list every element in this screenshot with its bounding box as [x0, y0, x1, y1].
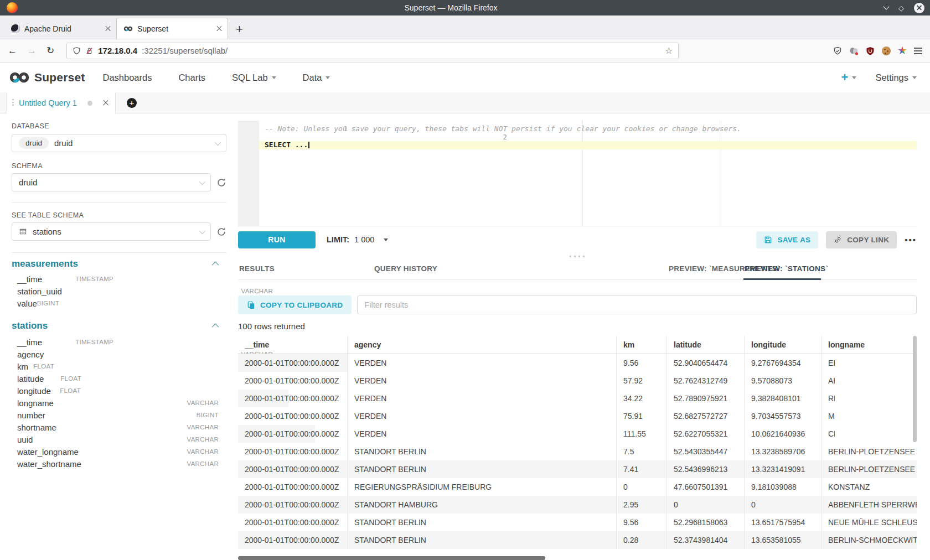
- nav-item-dashboards[interactable]: Dashboards: [102, 72, 152, 83]
- refresh-schema-icon[interactable]: [216, 178, 226, 188]
- table-select[interactable]: stations: [12, 222, 211, 241]
- superset-logo[interactable]: Superset: [9, 71, 85, 84]
- cell-latitude: 52.6827572727: [667, 407, 745, 425]
- database-select[interactable]: druid druid: [12, 134, 226, 152]
- cell-latitude: 52.3743981404: [667, 531, 745, 549]
- clipboard-icon: [247, 301, 255, 309]
- cell-agency: STANDORT BERLIN: [348, 531, 617, 549]
- cell-time: 2000-01-01T00:00:00.000Z: [238, 443, 348, 460]
- table-header-cell[interactable]: agency: [348, 336, 617, 354]
- save-as-button[interactable]: SAVE AS: [756, 231, 818, 248]
- text-cursor: [308, 142, 309, 148]
- results-tab[interactable]: RESULTS: [238, 260, 348, 279]
- schema-column-row: number BIGINT: [12, 409, 226, 421]
- superset-navbar: Superset Dashboards Charts SQL Lab Data …: [0, 63, 930, 92]
- menu-icon[interactable]: [914, 48, 922, 54]
- vertical-scrollbar[interactable]: [913, 336, 917, 442]
- query-tab[interactable]: Untitled Query 1: [6, 92, 116, 113]
- cell-km: 9.56: [617, 354, 667, 372]
- limit-dropdown[interactable]: LIMIT: 1 000: [327, 235, 388, 244]
- insecure-lock-icon[interactable]: [85, 46, 94, 55]
- table-header-cell[interactable]: latitude: [667, 336, 745, 354]
- copy-link-button[interactable]: COPY LINK: [826, 231, 897, 248]
- caret-down-icon: [852, 76, 856, 79]
- cell-time: 2000-01-01T00:00:00.000Z: [238, 460, 348, 478]
- table-header-cell[interactable]: km: [617, 336, 667, 354]
- run-button[interactable]: RUN: [238, 231, 316, 248]
- diamond-icon[interactable]: ◇: [898, 4, 904, 12]
- horizontal-scrollbar[interactable]: [238, 556, 545, 560]
- firefox-icon: [7, 2, 18, 13]
- nav-item-data[interactable]: Data: [303, 72, 330, 83]
- new-query-tab-button[interactable]: +: [127, 98, 137, 108]
- editor-code-area[interactable]: -- Note: Unless you save your query, the…: [259, 121, 917, 226]
- table-section-stations[interactable]: stations: [12, 320, 226, 331]
- window-close-button[interactable]: [914, 3, 924, 13]
- cell-agency: VERDEN: [348, 390, 617, 407]
- new-tab-button[interactable]: +: [236, 23, 243, 35]
- cell-time: 2000-01-01T00:00:00.000Z: [238, 531, 348, 549]
- add-new-button[interactable]: +: [841, 71, 857, 84]
- cell-time: 2000-01-01T00:00:00.000Z: [238, 372, 348, 390]
- chevron-down-icon[interactable]: [883, 3, 889, 9]
- refresh-table-icon[interactable]: [216, 227, 226, 237]
- cookie-icon[interactable]: [882, 46, 891, 55]
- drag-handle-icon[interactable]: [12, 99, 14, 107]
- cell-longitude: 9.2767694354: [745, 354, 822, 372]
- reload-icon[interactable]: ↻: [46, 45, 54, 56]
- query-tab-strip: Untitled Query 1 +: [0, 92, 930, 113]
- table-row: 2000-01-01T00:00:00.000Z VERDEN 9.56 52.…: [238, 354, 348, 372]
- nav-item-sql-lab[interactable]: SQL Lab: [232, 72, 276, 83]
- schema-column-row: longname VARCHAR: [12, 397, 226, 409]
- schema-column-row: __time TIMESTAMP: [12, 336, 121, 348]
- filter-results-input[interactable]: [357, 295, 917, 314]
- tab-close-icon[interactable]: [105, 26, 111, 32]
- nav-item-charts[interactable]: Charts: [178, 72, 205, 83]
- table-icon: [19, 227, 27, 236]
- color-star-icon[interactable]: [898, 46, 907, 55]
- cell-km: 57.92: [617, 372, 667, 390]
- table-row: 2000-01-01T00:00:00.000Z STANDORT BERLIN…: [238, 514, 917, 531]
- results-table: __time agency km latitude longitude long…: [238, 336, 917, 549]
- close-query-tab-icon[interactable]: [103, 100, 108, 106]
- caret-down-icon: [384, 238, 388, 241]
- cell-latitude: 0: [667, 496, 745, 514]
- url-input[interactable]: 172.18.0.4:32251/superset/sqllab/ ☆: [66, 43, 679, 59]
- chevron-up-icon: [212, 261, 219, 268]
- browser-tab-druid[interactable]: Apache Druid: [4, 19, 116, 39]
- bookmark-star-icon[interactable]: ☆: [665, 45, 673, 56]
- more-actions-button[interactable]: •••: [905, 235, 917, 245]
- table-row: 2000-01-01T00:00:00.000Z REGIERUNGSPRÄSI…: [238, 478, 917, 496]
- results-tab[interactable]: QUERY HISTORY: [373, 260, 642, 279]
- settings-menu[interactable]: Settings: [875, 72, 917, 83]
- cell-agency: STANDORT BERLIN: [348, 514, 617, 531]
- schema-column-row: water_shortname VARCHAR: [12, 458, 226, 470]
- table-section-measurements[interactable]: measurements: [12, 258, 226, 269]
- table-header-row: __time agency km latitude longitude long…: [238, 336, 917, 354]
- table-header-cell[interactable]: longitude: [745, 336, 822, 354]
- results-tab[interactable]: PREVIEW: `MEASUREMENTS`: [668, 260, 718, 279]
- cell-time: 2000-01-01T00:00:00.000Z: [238, 514, 348, 531]
- copy-to-clipboard-button[interactable]: COPY TO CLIPBOARD: [238, 295, 352, 314]
- ublock-icon[interactable]: [866, 46, 875, 55]
- back-icon[interactable]: ←: [8, 45, 17, 56]
- schema-select[interactable]: druid: [12, 173, 211, 191]
- cell-longitude: 9.57088073: [745, 372, 822, 390]
- table-header-cell[interactable]: longname: [822, 336, 917, 354]
- shield-icon[interactable]: [73, 46, 81, 55]
- tab-close-icon[interactable]: [216, 26, 222, 32]
- schema-column-row: longitude FLOAT: [12, 385, 89, 397]
- results-tab[interactable]: PREVIEW: `STATIONS`: [743, 260, 821, 279]
- cell-longitude: 13.3231419091: [745, 460, 822, 478]
- table-header-cell[interactable]: __time: [238, 336, 348, 354]
- cell-longname: EITZE: [822, 354, 835, 372]
- cell-longname: BERLIN-PLOETZENSEE UP: [822, 443, 917, 460]
- browser-tab-superset[interactable]: Superset: [116, 18, 228, 39]
- pane-splitter[interactable]: [238, 253, 917, 260]
- chevron-down-icon: [199, 178, 205, 184]
- masks-icon[interactable]: [849, 46, 859, 55]
- extension-shield-icon[interactable]: [833, 46, 842, 55]
- sql-editor[interactable]: 123 -- Note: Unless you save your query,…: [238, 121, 917, 226]
- cell-longname: ABBENFLETH SPERRWERK: [822, 496, 917, 514]
- cell-longitude: 13.6517575954: [745, 514, 822, 531]
